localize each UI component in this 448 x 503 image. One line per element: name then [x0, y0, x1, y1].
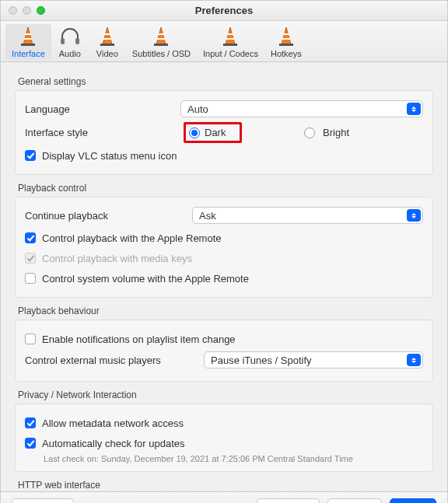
radio-bright-label: Bright — [323, 127, 349, 138]
interface-style-label: Interface style — [25, 127, 180, 138]
tab-audio[interactable]: Audio — [51, 24, 89, 60]
section-privacy: Privacy / Network Interaction — [18, 389, 433, 400]
cone-icon — [149, 26, 173, 47]
continue-playback-label: Continue playback — [25, 210, 192, 222]
checkbox-apple-remote[interactable] — [25, 232, 36, 243]
svg-rect-19 — [283, 33, 289, 35]
svg-rect-13 — [154, 44, 168, 46]
checkbox-system-volume[interactable] — [25, 273, 36, 284]
svg-rect-3 — [21, 44, 35, 46]
panel-playback-behaviour: Enable notifications on playlist item ch… — [15, 320, 433, 382]
cone-icon — [218, 26, 243, 47]
panel-playback-control: Continue playback Ask Control playback w… — [15, 197, 433, 298]
svg-rect-9 — [100, 44, 114, 46]
tab-label: Subtitles / OSD — [132, 49, 191, 58]
svg-rect-21 — [279, 44, 293, 46]
tab-label: Input / Codecs — [203, 49, 258, 58]
svg-rect-17 — [223, 44, 237, 46]
external-players-select[interactable]: Pause iTunes / Spotify — [204, 351, 423, 369]
section-http: HTTP web interface — [18, 480, 433, 491]
tab-subtitles[interactable]: Subtitles / OSD — [126, 24, 197, 60]
external-players-label: Control external music players — [25, 355, 204, 366]
checkbox-metadata-label: Allow metadata network access — [42, 417, 184, 429]
language-label: Language — [25, 103, 180, 115]
cancel-button[interactable]: Cancel — [327, 498, 382, 503]
checkbox-system-volume-label: Control system volume with the Apple Rem… — [42, 273, 249, 285]
footer: Show All Reset All Cancel Save — [1, 491, 447, 503]
external-players-value: Pause iTunes / Spotify — [211, 355, 312, 366]
reset-all-button[interactable]: Reset All — [257, 498, 320, 503]
checkbox-media-keys-label: Control playback with media keys — [42, 253, 192, 264]
tab-label: Video — [96, 49, 118, 58]
tab-video[interactable]: Video — [89, 24, 126, 60]
svg-rect-20 — [282, 38, 290, 40]
svg-marker-14 — [226, 27, 235, 44]
tab-label: Hotkeys — [271, 49, 302, 58]
checkbox-notifications-label: Enable notifications on playlist item ch… — [42, 334, 236, 345]
checkbox-metadata[interactable] — [25, 417, 36, 428]
chevron-updown-icon — [407, 209, 421, 222]
panel-privacy: Allow metadata network access Automatica… — [15, 403, 433, 472]
section-general-settings: General settings — [18, 76, 433, 87]
svg-rect-15 — [227, 33, 233, 35]
svg-rect-2 — [24, 38, 32, 40]
panel-general: Language Auto Interface style Dark Brigh… — [15, 90, 433, 175]
svg-rect-12 — [157, 38, 165, 40]
checkbox-display-status-menu-label: Display VLC status menu icon — [42, 150, 177, 162]
content-area: General settings Language Auto Interface… — [1, 62, 447, 491]
svg-rect-4 — [61, 38, 65, 44]
svg-rect-16 — [226, 38, 234, 40]
checkbox-apple-remote-label: Control playback with the Apple Remote — [42, 232, 222, 244]
section-playback-control: Playback control — [18, 183, 433, 194]
section-playback-behaviour: Playback behaviour — [18, 306, 433, 316]
radio-bright[interactable] — [304, 127, 315, 138]
checkbox-notifications[interactable] — [25, 334, 36, 344]
last-check-text: Last check on: Sunday, December 19, 2021… — [44, 454, 423, 463]
dark-radio-highlight: Dark — [184, 122, 242, 143]
window-title: Preferences — [1, 5, 447, 16]
svg-rect-11 — [158, 33, 164, 35]
svg-rect-5 — [75, 38, 79, 44]
chevron-updown-icon — [407, 354, 421, 366]
chevron-updown-icon — [407, 103, 421, 115]
continue-playback-value: Ask — [199, 210, 216, 222]
tab-hotkeys[interactable]: Hotkeys — [264, 24, 308, 60]
svg-marker-0 — [23, 27, 33, 44]
save-button[interactable]: Save — [390, 498, 436, 503]
language-select[interactable]: Auto — [180, 100, 423, 117]
svg-rect-1 — [25, 33, 31, 35]
svg-rect-8 — [103, 38, 111, 40]
tab-label: Interface — [12, 49, 45, 58]
headphones-icon — [58, 26, 82, 47]
preferences-toolbar: Interface Audio Video Subtitles / OSD In… — [1, 21, 447, 62]
language-value: Auto — [187, 103, 208, 115]
titlebar: Preferences — [1, 1, 447, 21]
tab-label: Audio — [59, 49, 81, 58]
checkbox-updates[interactable] — [25, 438, 36, 449]
continue-playback-select[interactable]: Ask — [192, 207, 423, 224]
cone-icon — [274, 26, 299, 47]
svg-rect-7 — [104, 33, 110, 35]
svg-marker-18 — [282, 27, 291, 44]
radio-dark[interactable] — [189, 127, 200, 138]
checkbox-updates-label: Automatically check for updates — [42, 438, 185, 449]
svg-marker-10 — [156, 27, 166, 44]
radio-dark-label: Dark — [205, 127, 226, 138]
checkbox-media-keys — [25, 253, 36, 264]
tab-interface[interactable]: Interface — [5, 24, 51, 60]
show-all-button[interactable]: Show All — [12, 498, 74, 503]
cone-icon — [95, 26, 120, 47]
cone-icon — [16, 26, 40, 47]
svg-marker-6 — [103, 27, 112, 44]
checkbox-display-status-menu[interactable] — [25, 150, 36, 161]
tab-input-codecs[interactable]: Input / Codecs — [197, 24, 264, 60]
